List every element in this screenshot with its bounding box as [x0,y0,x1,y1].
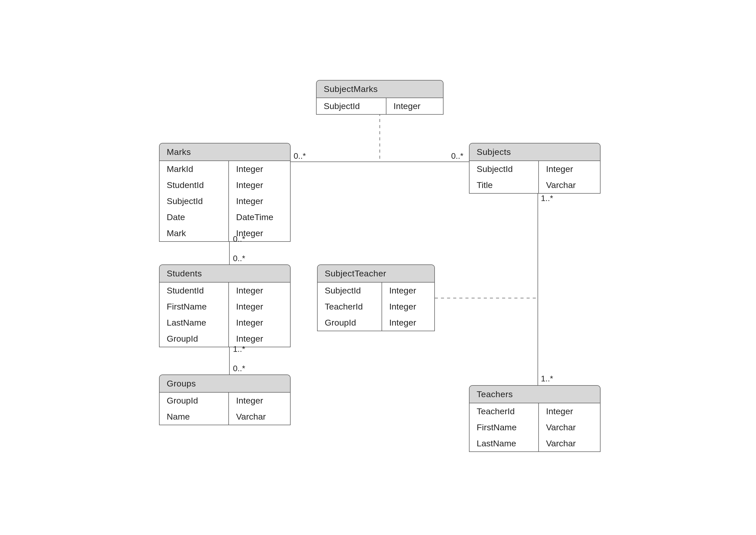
attribute-type: Integer [382,298,434,315]
multiplicity-students-side-top: 0..* [233,254,245,263]
entity-row: SubjectId Integer [317,98,443,114]
entity-row: SubjectId Integer [318,283,434,298]
multiplicity-groups-side: 0..* [233,364,245,373]
attribute-name: MarkId [160,161,229,177]
attribute-type: DateTime [229,209,290,225]
attribute-name: GroupId [318,315,382,331]
attribute-type: Integer [538,161,600,177]
attribute-type: Integer [229,315,290,331]
entity-title: Marks [160,143,290,161]
entity-row: StudentId Integer [160,177,290,193]
entity-rows: TeacherId Integer FirstName Varchar Last… [470,403,600,451]
multiplicity-subjects-side: 1..* [541,194,553,203]
attribute-name: FirstName [160,298,229,315]
entity-row: GroupId Integer [318,315,434,331]
entity-rows: SubjectId Integer Title Varchar [470,161,600,193]
attribute-type: Varchar [538,436,600,451]
attribute-type: Integer [229,298,290,315]
attribute-type: Integer [229,177,290,193]
entity-rows: StudentId Integer FirstName Integer Last… [160,283,290,347]
entity-title: Subjects [470,143,600,161]
attribute-name: TeacherId [470,403,538,419]
attribute-type: Integer [382,283,434,298]
entity-row: MarkId Integer [160,161,290,177]
entity-row: GroupId Integer [160,331,290,347]
entity-groups: Groups GroupId Integer Name Varchar [159,375,291,425]
multiplicity-marks-subjects-left: 0..* [294,151,306,161]
entity-row: SubjectId Integer [470,161,600,177]
entity-title: Teachers [470,386,600,403]
attribute-name: Date [160,209,229,225]
entity-row: Mark Integer [160,225,290,241]
attribute-name: Title [470,177,538,193]
attribute-name: GroupId [160,331,229,347]
entity-row: FirstName Varchar [470,419,600,436]
attribute-name: SubjectId [160,193,229,209]
attribute-name: GroupId [160,393,229,408]
entity-teachers: Teachers TeacherId Integer FirstName Var… [469,385,600,452]
attribute-name: LastName [160,315,229,331]
attribute-name: SubjectId [470,161,538,177]
attribute-type: Varchar [538,177,600,193]
entity-students: Students StudentId Integer FirstName Int… [159,265,291,347]
attribute-name: SubjectId [318,283,382,298]
attribute-type: Integer [229,393,290,408]
entity-row: LastName Integer [160,315,290,331]
entity-marks: Marks MarkId Integer StudentId Integer S… [159,143,291,242]
entity-rows: GroupId Integer Name Varchar [160,393,290,425]
entity-title: SubjectMarks [317,80,443,98]
multiplicity-marks-side: 0..* [233,234,245,244]
attribute-name: StudentId [160,177,229,193]
entity-subjectmarks: SubjectMarks SubjectId Integer [316,80,444,115]
entity-row: FirstName Integer [160,298,290,315]
entity-row: Title Varchar [470,177,600,193]
attribute-name: FirstName [470,419,538,436]
multiplicity-teachers-side: 1..* [541,374,553,383]
attribute-name: SubjectId [317,98,386,114]
attribute-type: Integer [386,98,443,114]
entity-subjectteacher: SubjectTeacher SubjectId Integer Teacher… [317,265,435,331]
attribute-type: Integer [229,161,290,177]
entity-row: Name Varchar [160,408,290,425]
entity-row: StudentId Integer [160,283,290,298]
entity-row: LastName Varchar [470,436,600,451]
entity-rows: SubjectId Integer [317,98,443,114]
attribute-name: Name [160,408,229,425]
attribute-type: Varchar [229,408,290,425]
entity-subjects: Subjects SubjectId Integer Title Varchar [469,143,600,194]
entity-title: Groups [160,375,290,393]
entity-row: Date DateTime [160,209,290,225]
entity-rows: MarkId Integer StudentId Integer Subject… [160,161,290,241]
entity-row: TeacherId Integer [470,403,600,419]
entity-row: GroupId Integer [160,393,290,408]
attribute-name: LastName [470,436,538,451]
entity-rows: SubjectId Integer TeacherId Integer Grou… [318,283,434,331]
attribute-type: Integer [382,315,434,331]
attribute-type: Integer [229,193,290,209]
attribute-name: StudentId [160,283,229,298]
multiplicity-students-side-bottom: 1..* [233,345,245,354]
diagram-canvas: SubjectMarks SubjectId Integer Marks Mar… [0,0,756,535]
entity-title: Students [160,265,290,283]
attribute-name: Mark [160,225,229,241]
multiplicity-marks-subjects-right: 0..* [451,151,463,161]
entity-row: SubjectId Integer [160,193,290,209]
attribute-type: Integer [229,283,290,298]
attribute-type: Integer [538,403,600,419]
entity-row: TeacherId Integer [318,298,434,315]
entity-title: SubjectTeacher [318,265,434,283]
attribute-type: Varchar [538,419,600,436]
attribute-name: TeacherId [318,298,382,315]
